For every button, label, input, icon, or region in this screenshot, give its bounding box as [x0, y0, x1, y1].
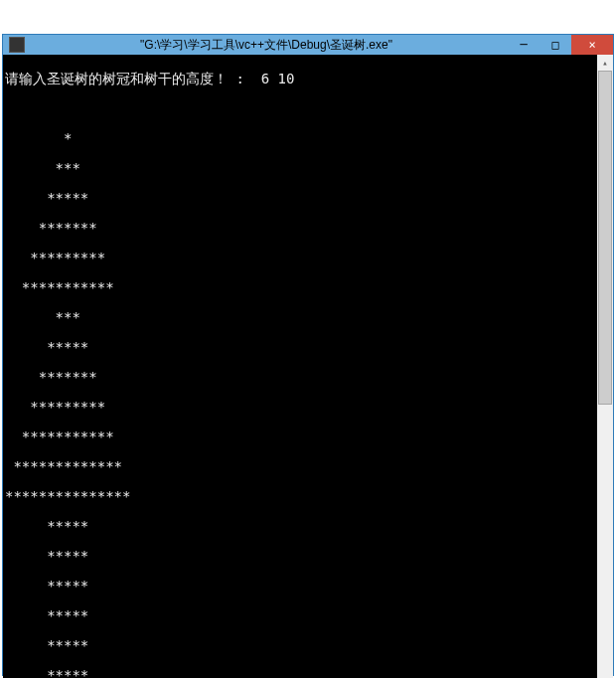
console-line: ********* — [5, 251, 597, 265]
minimize-button[interactable]: ─ — [508, 35, 539, 55]
console-line: 请输入圣诞树的树冠和树干的高度！ : 6 10 — [5, 72, 597, 86]
vertical-scrollbar[interactable]: ▴ ▾ — [597, 55, 613, 678]
maximize-button[interactable]: □ — [539, 35, 571, 55]
console-line: ******* — [5, 221, 597, 236]
top-spacer — [0, 0, 616, 34]
console-line: ************* — [5, 459, 597, 474]
close-button[interactable]: × — [571, 35, 613, 55]
console-line: ***** — [5, 549, 597, 564]
console-line: *** — [5, 310, 597, 325]
console-line: ***** — [5, 668, 597, 678]
console-line: ******* — [5, 370, 597, 385]
app-icon — [9, 37, 25, 53]
console-line: *** — [5, 161, 597, 176]
console-line: ********* — [5, 400, 597, 415]
console-line: ***** — [5, 608, 597, 623]
console-line: ***** — [5, 191, 597, 206]
console-line: ***** — [5, 340, 597, 355]
console-line: ***** — [5, 579, 597, 593]
scroll-track[interactable] — [597, 71, 613, 678]
window-title: "G:\学习\学习工具\vc++文件\Debug\圣诞树.exe" — [25, 37, 508, 54]
console-line: ***** — [5, 638, 597, 653]
console-body: 请输入圣诞树的树冠和树干的高度！ : 6 10 * *** ***** ****… — [3, 55, 613, 678]
console-line — [5, 101, 597, 116]
console-output[interactable]: 请输入圣诞树的树冠和树干的高度！ : 6 10 * *** ***** ****… — [3, 55, 597, 678]
scroll-up-button[interactable]: ▴ — [597, 55, 613, 71]
console-line: *********** — [5, 429, 597, 444]
app-window: "G:\学习\学习工具\vc++文件\Debug\圣诞树.exe" ─ □ × … — [2, 34, 614, 676]
console-line: *************** — [5, 489, 597, 504]
console-line: ***** — [5, 519, 597, 534]
console-line: *********** — [5, 280, 597, 295]
console-line: * — [5, 131, 597, 146]
titlebar[interactable]: "G:\学习\学习工具\vc++文件\Debug\圣诞树.exe" ─ □ × — [3, 35, 613, 55]
scroll-thumb[interactable] — [598, 71, 612, 405]
window-controls: ─ □ × — [508, 35, 613, 55]
